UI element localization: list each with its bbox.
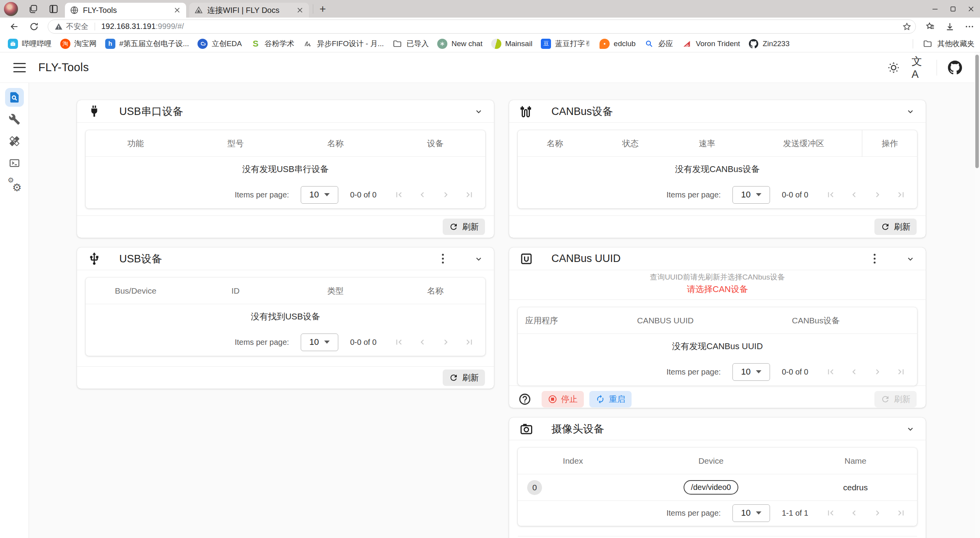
new-tab-button[interactable]: + [319,4,326,14]
last-page-icon[interactable] [896,508,906,518]
github-link-icon[interactable] [948,61,962,75]
maximize-button[interactable] [944,0,962,18]
last-page-icon[interactable] [464,337,474,347]
refresh-button-disabled[interactable]: 刷新 [874,391,917,407]
first-page-icon[interactable] [826,190,836,200]
paginator: Items per page: 10 0-0 of 0 [86,329,485,355]
last-page-icon[interactable] [896,367,906,377]
sidebar-item-settings[interactable]: ⚙⚙ [5,176,24,194]
bookmark-taobao[interactable]: 淘 淘宝网 [60,39,97,49]
downloads-icon[interactable] [945,22,955,32]
help-icon[interactable] [518,393,531,406]
first-page-icon[interactable] [394,337,404,347]
restart-button[interactable]: 重启 [589,391,632,407]
close-window-button[interactable] [962,0,980,18]
next-page-icon[interactable] [872,508,883,518]
column-header: 型号 [186,138,286,149]
range-label: 0-0 of 0 [782,368,808,377]
last-page-icon[interactable] [464,190,474,200]
bookmark-voron[interactable]: Voron Trident [682,39,740,49]
translate-icon[interactable]: 文A [912,61,926,75]
refresh-button[interactable]: 刷新 [874,219,917,235]
first-page-icon[interactable] [394,190,404,200]
bookmark-bilibili[interactable]: 哔哩哔哩 [8,39,52,49]
chevron-down-icon[interactable] [905,424,915,434]
chevron-down-icon[interactable] [905,254,915,264]
vertical-tabs-icon[interactable] [48,4,59,14]
bookmark-mainsail[interactable]: Mainsail [491,39,533,49]
page-size-select[interactable]: 10 [732,186,770,204]
column-header: 状态 [592,138,669,149]
edclub-icon [599,39,610,49]
bookmark-fifo-article[interactable]: 异步FIFO设计 - 月... [303,39,384,49]
url-suffix: :9999/#/ [156,22,184,31]
address-bar[interactable]: 不安全 192.168.31.191 :9999/#/ [48,20,916,34]
tab-fly-tools[interactable]: FLY-Tools [65,3,186,18]
refresh-button[interactable]: 刷新 [443,219,485,235]
column-header: Name [794,456,917,466]
refresh-button[interactable]: 刷新 [443,369,485,386]
bookmark-bing[interactable]: 必应 [644,39,673,49]
bookmark-label: Zin2233 [763,39,790,48]
bookmark-landou[interactable]: 豆 蓝豆打字✌ [541,39,591,49]
workspaces-icon[interactable] [28,4,38,14]
stop-button[interactable]: 停止 [542,391,584,407]
card-footer: 刷新 [77,215,494,238]
sidebar-item-patch[interactable] [5,132,24,151]
profile-avatar[interactable] [4,2,18,16]
sidebar-item-terminal[interactable] [5,154,24,172]
reload-icon[interactable] [29,22,39,32]
empty-state-text: 没有发现USB串行设备 [86,157,485,182]
prev-page-icon[interactable] [849,508,859,518]
prev-page-icon[interactable] [417,190,427,200]
bookmark-scholar[interactable]: S 谷粉学术 [250,39,294,49]
bookmark-edclub[interactable]: edclub [599,39,635,49]
bookmark-lc-contest[interactable]: h #第五届立创电子设... [105,39,189,49]
device-chip: /dev/video0 [684,480,738,495]
bookmark-zin2233[interactable]: Zin2233 [748,39,790,49]
bookmark-imported-folder[interactable]: 已导入 [392,39,429,49]
column-header: 名称 [285,138,386,149]
sidebar-item-device-detect[interactable] [5,88,24,107]
kebab-menu-icon[interactable] [440,252,445,265]
tab-fly-docs[interactable]: 连接WIFI | FLY Docs [189,3,309,18]
minimize-button[interactable] [926,0,944,18]
first-page-icon[interactable] [826,367,836,377]
scrollbar-thumb[interactable] [975,55,979,168]
prev-page-icon[interactable] [849,190,859,200]
usb-plug-icon [87,104,101,118]
card-header: CANBus设备 [509,100,926,123]
first-page-icon[interactable] [826,508,836,518]
chevron-down-icon[interactable] [474,106,484,117]
next-page-icon[interactable] [872,367,883,377]
page-size-select[interactable]: 10 [301,334,338,351]
next-page-icon[interactable] [441,337,451,347]
favorites-hub-icon[interactable] [925,22,935,32]
empty-state-text: 没有找到USB设备 [86,304,485,329]
theme-brightness-icon[interactable] [887,61,901,75]
bookmark-new-chat[interactable]: New chat [437,39,482,49]
next-page-icon[interactable] [872,190,883,200]
page-size-select[interactable]: 10 [732,504,770,522]
page-size-select[interactable]: 10 [732,363,770,381]
sidebar-item-tools[interactable] [5,110,24,129]
column-header: ID [186,286,286,296]
close-icon[interactable] [173,6,181,14]
chevron-down-icon[interactable] [905,106,915,117]
last-page-icon[interactable] [896,190,906,200]
bookmark-label: 已导入 [406,39,429,49]
browser-menu-icon[interactable] [964,22,975,32]
favorite-star-icon[interactable] [902,22,912,31]
kebab-menu-icon[interactable] [872,252,877,265]
uuid-hints: 查询UUID前请先刷新并选择CANbus设备 请选择CAN设备 [509,270,926,300]
menu-icon[interactable] [13,63,26,72]
prev-page-icon[interactable] [417,337,427,347]
back-icon[interactable] [9,22,20,32]
bookmark-lceda[interactable]: 立创EDA [197,39,242,49]
prev-page-icon[interactable] [849,367,859,377]
close-icon[interactable] [296,6,304,14]
chevron-down-icon[interactable] [474,254,484,264]
next-page-icon[interactable] [441,190,451,200]
page-size-select[interactable]: 10 [301,186,338,204]
other-favorites[interactable]: 其他收藏夹 [913,39,975,49]
